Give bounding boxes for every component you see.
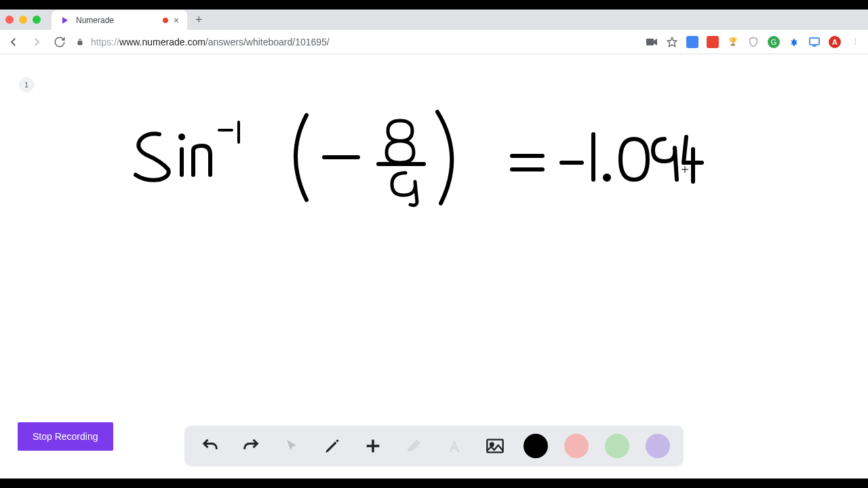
- window-controls: [5, 16, 41, 24]
- screen-icon[interactable]: [808, 36, 821, 48]
- grammarly-icon[interactable]: G: [768, 36, 780, 48]
- recording-indicator-icon: [163, 18, 168, 23]
- color-purple-swatch[interactable]: [646, 434, 670, 458]
- svg-point-7: [605, 176, 609, 180]
- address-bar: https://www.numerade.com/answers/whitebo…: [0, 30, 868, 54]
- shield-icon[interactable]: [747, 36, 760, 48]
- text-tool-button[interactable]: [442, 434, 467, 458]
- svg-point-13: [490, 443, 494, 446]
- tab-title: Numerade: [76, 16, 157, 25]
- window-close-button[interactable]: [5, 16, 14, 24]
- svg-rect-1: [646, 39, 654, 45]
- svg-marker-2: [654, 39, 657, 45]
- reload-button[interactable]: [53, 35, 66, 49]
- stop-recording-button[interactable]: Stop Recording: [18, 422, 113, 451]
- url-field[interactable]: https://www.numerade.com/answers/whitebo…: [76, 37, 636, 47]
- whiteboard-canvas[interactable]: [0, 54, 868, 479]
- back-button[interactable]: [7, 35, 20, 49]
- color-black-swatch[interactable]: [524, 434, 548, 458]
- pen-tool-button[interactable]: [320, 434, 344, 458]
- browser-window: Numerade × + https://www.numerade.com/an…: [0, 9, 868, 479]
- camera-icon[interactable]: [646, 36, 658, 48]
- color-pink-swatch[interactable]: [564, 434, 589, 458]
- redo-button[interactable]: [239, 434, 263, 458]
- extension-red-icon[interactable]: [707, 36, 719, 48]
- image-tool-button[interactable]: [483, 434, 507, 458]
- star-icon[interactable]: [666, 36, 678, 48]
- color-green-swatch[interactable]: [605, 434, 629, 458]
- tab-bar: Numerade × +: [0, 9, 868, 30]
- window-minimize-button[interactable]: [19, 16, 27, 24]
- svg-rect-4: [810, 38, 819, 45]
- pointer-tool-button[interactable]: [279, 434, 304, 458]
- whiteboard-toolbar: [184, 426, 684, 466]
- menu-icon[interactable]: ⋮: [849, 36, 861, 48]
- browser-tab[interactable]: Numerade ×: [52, 10, 187, 30]
- lock-icon: [76, 38, 84, 46]
- tab-favicon: [60, 15, 71, 26]
- eraser-tool-button[interactable]: [401, 434, 426, 458]
- profile-avatar[interactable]: A: [829, 36, 841, 48]
- forward-button[interactable]: [30, 35, 43, 49]
- add-button[interactable]: [361, 434, 385, 458]
- page-content: 1: [0, 54, 868, 479]
- trophy-icon[interactable]: 🏆: [727, 36, 739, 48]
- svg-rect-12: [487, 440, 502, 453]
- svg-marker-0: [62, 17, 68, 24]
- extension-icons: 🏆 G A ⋮: [646, 36, 861, 48]
- svg-marker-3: [667, 37, 676, 46]
- undo-button[interactable]: [198, 434, 222, 458]
- svg-point-6: [180, 136, 183, 138]
- pushpin-icon[interactable]: [788, 36, 800, 48]
- extension-blue-icon[interactable]: [686, 36, 698, 48]
- tab-close-button[interactable]: ×: [174, 15, 179, 26]
- url-text: https://www.numerade.com/answers/whitebo…: [91, 37, 330, 47]
- new-tab-button[interactable]: +: [195, 13, 203, 27]
- window-maximize-button[interactable]: [33, 16, 41, 24]
